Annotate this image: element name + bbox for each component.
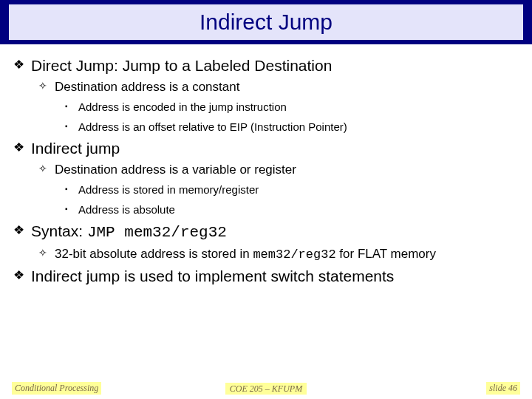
- slide-body: ❖ Direct Jump: Jump to a Labeled Destina…: [13, 52, 519, 375]
- diamond-open-icon: ✧: [38, 247, 47, 260]
- text: Address is stored in memory/register: [78, 183, 259, 196]
- footer-right: slide 46: [486, 382, 520, 395]
- diamond-open-icon: ✧: [38, 163, 47, 176]
- bullet-syntax: ❖ Syntax: JMP mem32/reg32: [13, 222, 519, 242]
- text: Destination address is a variable or reg…: [55, 163, 296, 177]
- bullet-stored-memreg: ▪ Address is stored in memory/register: [65, 183, 519, 197]
- code: mem32/reg32: [253, 248, 335, 262]
- footer-center: COE 205 – KFUPM: [0, 383, 532, 395]
- footer: Conditional Processing COE 205 – KFUPM s…: [0, 381, 532, 399]
- bullet-flat-memory: ✧ 32-bit absolute address is stored in m…: [38, 246, 519, 262]
- footer-center-text: COE 205 – KFUPM: [225, 383, 307, 395]
- bullet-absolute: ▪ Address is absolute: [65, 203, 519, 217]
- text-prefix: Syntax:: [31, 222, 87, 239]
- title-inner: Indirect Jump: [9, 4, 523, 40]
- diamond-icon: ❖: [13, 223, 24, 238]
- text-suffix: for FLAT memory: [336, 247, 436, 261]
- slide-title: Indirect Jump: [200, 10, 332, 35]
- text: Destination address is a constant: [55, 80, 239, 94]
- diamond-open-icon: ✧: [38, 80, 47, 93]
- diamond-icon: ❖: [13, 140, 24, 155]
- text: Address is absolute: [78, 203, 175, 216]
- slide: Indirect Jump ❖ Direct Jump: Jump to a L…: [0, 0, 532, 399]
- bullet-dest-constant: ✧ Destination address is a constant: [38, 79, 519, 95]
- bullet-encoded: ▪ Address is encoded in the jump instruc…: [65, 100, 519, 115]
- diamond-icon: ❖: [13, 58, 24, 72]
- text-prefix: 32-bit absolute address is stored in: [55, 247, 253, 261]
- square-icon: ▪: [65, 185, 68, 194]
- bullet-offset-eip: ▪ Address is an offset relative to EIP (…: [65, 120, 519, 134]
- bullet-indirect-jump: ❖ Indirect jump: [13, 139, 519, 157]
- code: JMP mem32/reg32: [87, 224, 227, 241]
- square-icon: ▪: [65, 205, 68, 214]
- square-icon: ▪: [65, 102, 68, 112]
- text: Indirect jump is used to implement switc…: [31, 267, 394, 284]
- bullet-switch: ❖ Indirect jump is used to implement swi…: [13, 267, 519, 285]
- text: Address is an offset relative to EIP (In…: [78, 120, 347, 133]
- square-icon: ▪: [65, 122, 68, 132]
- diamond-icon: ❖: [13, 268, 24, 283]
- text: Direct Jump: Jump to a Labeled Destinati…: [31, 57, 332, 74]
- text: Indirect jump: [31, 140, 120, 157]
- bullet-dest-variable: ✧ Destination address is a variable or r…: [38, 162, 519, 177]
- text: Address is encoded in the jump instructi…: [78, 100, 287, 113]
- bullet-direct-jump: ❖ Direct Jump: Jump to a Labeled Destina…: [13, 56, 519, 75]
- title-bar: Indirect Jump: [0, 0, 532, 44]
